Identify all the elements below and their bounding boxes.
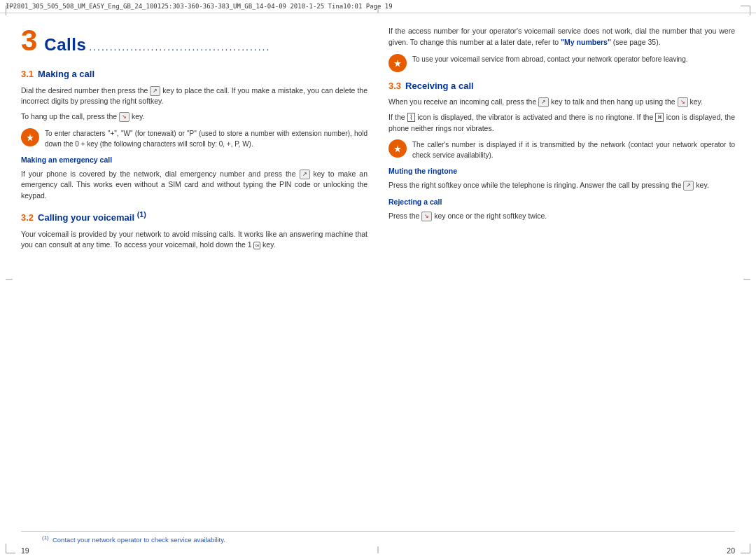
chapter-number: 3 xyxy=(21,26,37,55)
footnote-marker: (1) xyxy=(42,536,50,544)
page: IP2801_305_505_508_UM_EASY_Eng_GB_24_100… xyxy=(0,0,756,559)
emergency-body: If your phone is covered by the network,… xyxy=(21,169,368,202)
corner-mark-bl xyxy=(6,544,15,553)
voicemail-key: ∞ xyxy=(253,242,260,249)
section-33-body1: When you receive an incoming call, press… xyxy=(388,97,735,108)
section-32-body: Your voicemail is provided by your netwo… xyxy=(21,229,368,251)
emergency-subheading: Making an emergency call xyxy=(21,155,368,166)
crosshair-left xyxy=(6,280,13,280)
section-33-heading: 3.3 Receiving a call xyxy=(388,79,735,93)
rejecting-subheading: Rejecting a call xyxy=(388,197,735,208)
left-column: 3 Calls ................................… xyxy=(21,26,368,524)
section-31-num: 3.1 xyxy=(21,67,34,81)
muting-body: Press the right softkey once while the t… xyxy=(388,180,735,191)
call-key-receive: ↗ xyxy=(538,97,549,107)
call-key-icon: ↗ xyxy=(150,86,160,96)
call-key-emergency: ↗ xyxy=(300,170,310,179)
main-content: 3 Calls ................................… xyxy=(0,13,756,531)
corner-mark-tl xyxy=(6,6,15,15)
section-32-sup: (1) xyxy=(137,210,146,219)
section-31-body1: Dial the desired number then press the ↗… xyxy=(21,85,368,108)
page-number-left: 19 xyxy=(21,546,29,555)
note-icon-1 xyxy=(21,128,39,146)
muting-subheading: Muting the ringtone xyxy=(388,166,735,177)
crosshair-top xyxy=(378,6,379,13)
section-33-num: 3.3 xyxy=(388,79,401,93)
note-text-right-1: To use your voicemail service from abroa… xyxy=(412,54,735,64)
vibrator-icon: ⌇ xyxy=(407,113,415,122)
chapter-title: Calls xyxy=(44,32,86,57)
star-icon-right2 xyxy=(392,143,403,154)
section-31-title: Making a call xyxy=(38,67,94,81)
section-33-title: Receiving a call xyxy=(405,79,474,93)
end-key-receive: ↘ xyxy=(678,97,688,107)
corner-mark-tr xyxy=(741,6,750,15)
right-intro: If the access number for your operator's… xyxy=(388,26,735,48)
note-icon-right-2 xyxy=(388,139,407,158)
right-column: If the access number for your operator's… xyxy=(388,26,735,524)
chapter-dots: ........................................… xyxy=(89,40,270,55)
star-icon-right xyxy=(392,57,403,69)
note-box-right-1: To use your voicemail service from abroa… xyxy=(388,54,735,72)
star-icon xyxy=(24,132,36,143)
section-32-heading: 3.2 Calling your voicemail (1) xyxy=(21,209,368,225)
footnote-sup: (1) xyxy=(42,534,49,541)
call-key-muting: ↗ xyxy=(683,181,694,191)
section-32-title: Calling your voicemail (1) xyxy=(38,209,146,225)
footnote-area: (1) Contact your network operator to che… xyxy=(21,531,735,544)
note-text-right-2: The caller's number is displayed if it i… xyxy=(412,139,735,160)
section-31-heading: 3.1 Making a call xyxy=(21,67,368,81)
end-key-icon: ↘ xyxy=(119,112,130,122)
corner-mark-br xyxy=(741,544,750,553)
section-32-num: 3.2 xyxy=(21,211,34,225)
my-numbers-link: "My numbers" xyxy=(561,38,611,46)
section-33-body2: If the ⌇ icon is displayed, the vibrator… xyxy=(388,112,735,134)
end-key-reject: ↘ xyxy=(421,212,432,221)
note-box-1: To enter characters "+", "W" (for tonewa… xyxy=(21,128,368,149)
note-box-right-2: The caller's number is displayed if it i… xyxy=(388,139,735,160)
page-number-right: 20 xyxy=(727,546,735,555)
crosshair-bottom xyxy=(378,546,379,553)
header-text: IP2801_305_505_508_UM_EASY_Eng_GB_24_100… xyxy=(6,3,393,10)
note-icon-right-1 xyxy=(388,54,407,72)
section-31-body2: To hang up the call, press the ↘ key. xyxy=(21,111,368,123)
rejecting-body: Press the ↘ key once or the right softke… xyxy=(388,211,735,222)
footnote-text: Contact your network operator to check s… xyxy=(52,536,225,544)
settings-icon: ⌘ xyxy=(655,113,664,122)
crosshair-right xyxy=(743,280,750,280)
chapter-heading: 3 Calls ................................… xyxy=(21,26,368,57)
note-text-1: To enter characters "+", "W" (for tonewa… xyxy=(45,128,368,149)
